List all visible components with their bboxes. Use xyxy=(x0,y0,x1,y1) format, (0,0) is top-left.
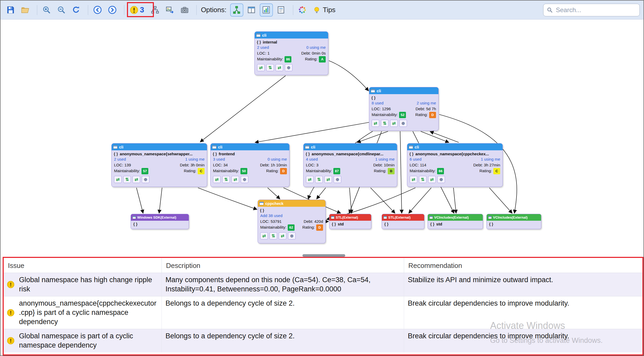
toggle-metrics-button[interactable] xyxy=(260,4,272,16)
warnings-indicator[interactable]: 3 xyxy=(127,4,146,16)
expand-dependencies-icon[interactable]: ⇄ xyxy=(213,176,221,183)
loc-value: LOC: 114 xyxy=(410,162,426,168)
panel-splitter-handle[interactable] xyxy=(302,254,345,257)
zoom-in-button[interactable] xyxy=(40,4,53,16)
expand-dependencies-icon[interactable]: ⇄ xyxy=(372,120,379,127)
focus-node-icon[interactable]: ⇄ xyxy=(390,120,398,127)
export-graph-button[interactable] xyxy=(164,4,176,16)
hierarchy-view-button[interactable] xyxy=(149,4,161,16)
warning-icon: ! xyxy=(7,281,14,288)
node-title: cli xyxy=(218,145,222,149)
column-header-description[interactable]: Description xyxy=(162,258,404,273)
save-button[interactable] xyxy=(4,4,16,16)
graph-node-cppcheckexecutor[interactable]: cli { } anonymous_namespace{cppcheckex..… xyxy=(407,143,503,187)
graph-node-stl-std[interactable]: STL(External) { }std xyxy=(329,214,371,229)
expand-dependents-icon[interactable]: ⇅ xyxy=(381,120,389,127)
forward-icon xyxy=(108,6,117,14)
graph-node-stl-global[interactable]: STL(External) { } xyxy=(382,214,424,229)
using-link[interactable]: 0 using me xyxy=(268,156,287,162)
node-header: cppcheck xyxy=(258,200,325,207)
used-link[interactable]: Add 38 used xyxy=(260,213,282,219)
forward-button[interactable] xyxy=(106,4,118,16)
node-header: STL(External) xyxy=(329,214,371,221)
refresh-icon xyxy=(72,6,80,14)
graph-node-vcincludes-std[interactable]: VCIncludes(External) { }std xyxy=(428,214,483,229)
used-link[interactable]: 4 used xyxy=(306,156,318,162)
refresh-button[interactable] xyxy=(70,4,82,16)
used-link[interactable]: 2 used xyxy=(257,45,269,50)
globe-icon[interactable]: ⊕ xyxy=(334,176,341,183)
save-icon xyxy=(6,6,15,14)
maintainability-badge: 57 xyxy=(141,168,148,174)
globe-icon[interactable]: ⊕ xyxy=(399,120,407,127)
recommendation-text: Stabilize its API and minimize outward i… xyxy=(404,273,642,296)
back-button[interactable] xyxy=(91,4,103,16)
graph-node-vcincludes-global[interactable]: VCIncludes(External) { } xyxy=(486,214,541,229)
used-link[interactable]: 8 used xyxy=(372,100,383,106)
tips-button[interactable]: Tips xyxy=(313,6,335,14)
maintainability: Maintainability:87 xyxy=(306,168,340,174)
column-header-recommendation[interactable]: Recommendation xyxy=(404,258,642,273)
maintainability-badge: 87 xyxy=(333,168,340,174)
expand-dependencies-icon[interactable]: ⇄ xyxy=(257,64,265,71)
color-legend-button[interactable] xyxy=(296,4,309,16)
maintainability: Maintainability:50 xyxy=(213,168,247,174)
globe-icon[interactable]: ⊕ xyxy=(142,176,149,183)
graph-node-internal[interactable]: cli { } internal 2 used0 using me LOC: 1… xyxy=(254,31,328,75)
expand-dependencies-icon[interactable]: ⇄ xyxy=(260,232,268,239)
expand-dependencies-icon[interactable]: ⇄ xyxy=(114,176,122,183)
expand-dependents-icon[interactable]: ⇅ xyxy=(222,176,230,183)
search-input[interactable] xyxy=(555,6,636,14)
node-name: std xyxy=(338,222,344,226)
graph-node-frontend[interactable]: cli { } frontend 3 used0 using me LOC: 3… xyxy=(210,143,290,187)
using-link[interactable]: 1 using me xyxy=(375,156,395,162)
table-row[interactable]: ! anonymous_namespace{cppcheckexecutor.c… xyxy=(4,296,642,329)
focus-node-icon[interactable]: ⇄ xyxy=(324,176,332,183)
issues-panel: Issue Description Recommendation ! Globa… xyxy=(4,258,642,355)
used-link[interactable]: 3 used xyxy=(213,156,225,162)
rating-badge: D xyxy=(429,112,436,118)
table-row[interactable]: ! Global namespace is part of a cyclic n… xyxy=(4,329,642,352)
graph-node-cppcheck[interactable]: cppcheck { } Add 38 used LOC: 53791Debt:… xyxy=(258,200,326,243)
globe-icon[interactable]: ⊕ xyxy=(285,64,292,71)
focus-node-icon[interactable]: ⇄ xyxy=(132,176,140,183)
using-link[interactable]: 1 using me xyxy=(185,156,205,162)
rating-badge: B xyxy=(388,168,395,174)
toggle-dependency-graph-button[interactable] xyxy=(231,4,243,16)
graph-node-windows-sdk[interactable]: Windows SDK(External) { } xyxy=(131,214,189,229)
globe-icon[interactable]: ⊕ xyxy=(288,232,296,239)
using-link[interactable]: 2 using me xyxy=(417,100,436,106)
snapshot-button[interactable] xyxy=(178,4,191,16)
toggle-columns-button[interactable] xyxy=(245,4,258,16)
loc-value: LOC: 34 xyxy=(213,162,228,168)
focus-node-icon[interactable]: ⇄ xyxy=(428,176,436,183)
open-button[interactable] xyxy=(19,4,31,16)
expand-dependents-icon[interactable]: ⇅ xyxy=(266,64,274,71)
using-link[interactable]: 1 using me xyxy=(481,156,500,162)
graph-node-cmdlineparser[interactable]: cli { } anonymous_namespace{cmdlinepar..… xyxy=(303,143,397,187)
column-header-issue[interactable]: Issue xyxy=(4,258,162,273)
expand-dependents-icon[interactable]: ⇅ xyxy=(419,176,427,183)
maintainability-badge: 66 xyxy=(437,168,444,174)
globe-icon[interactable]: ⊕ xyxy=(241,176,248,183)
focus-node-icon[interactable]: ⇄ xyxy=(231,176,239,183)
focus-node-icon[interactable]: ⇄ xyxy=(276,64,283,71)
module-icon xyxy=(488,216,492,219)
expand-dependents-icon[interactable]: ⇅ xyxy=(123,176,131,183)
using-link[interactable]: 0 using me xyxy=(306,45,326,50)
graph-node-sehwrapper[interactable]: cli { } anonymous_namespace{sehwrapper..… xyxy=(111,143,207,187)
toggle-report-button[interactable] xyxy=(275,4,287,16)
globe-icon[interactable]: ⊕ xyxy=(437,176,445,183)
expand-dependencies-icon[interactable]: ⇄ xyxy=(306,176,314,183)
used-link[interactable]: 6 used xyxy=(410,156,422,162)
zoom-out-button[interactable] xyxy=(55,4,67,16)
expand-dependents-icon[interactable]: ⇅ xyxy=(269,232,277,239)
used-link[interactable]: 2 used xyxy=(114,156,126,162)
table-row[interactable]: ! Global namespace has high change rippl… xyxy=(4,273,642,296)
module-icon xyxy=(383,216,387,219)
graph-node-cli-global[interactable]: cli { } 8 used2 using me LOC: 1296Debt: … xyxy=(369,87,439,131)
focus-node-icon[interactable]: ⇄ xyxy=(279,232,286,239)
node-header: Windows SDK(External) xyxy=(131,214,189,221)
expand-dependents-icon[interactable]: ⇅ xyxy=(315,176,323,183)
expand-dependencies-icon[interactable]: ⇄ xyxy=(410,176,417,183)
